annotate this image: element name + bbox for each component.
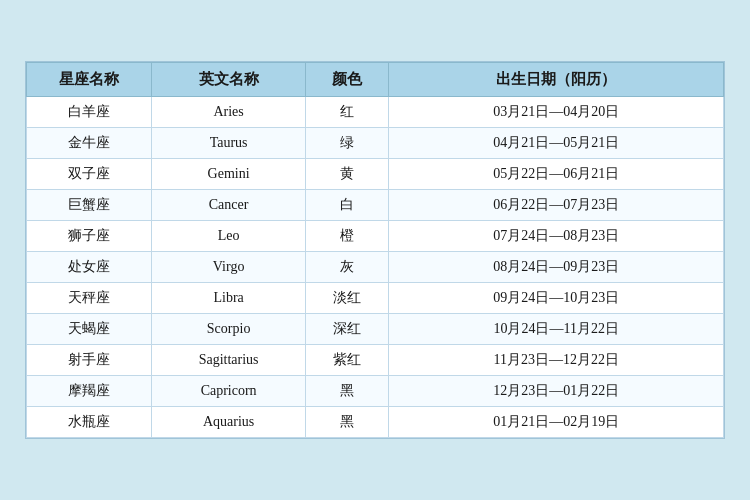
header-color: 颜色 xyxy=(305,63,389,97)
table-row: 巨蟹座Cancer白06月22日—07月23日 xyxy=(27,190,724,221)
cell-chinese: 天蝎座 xyxy=(27,314,152,345)
table-row: 双子座Gemini黄05月22日—06月21日 xyxy=(27,159,724,190)
cell-color: 淡红 xyxy=(305,283,389,314)
cell-chinese: 水瓶座 xyxy=(27,407,152,438)
cell-date: 11月23日—12月22日 xyxy=(389,345,724,376)
cell-english: Taurus xyxy=(152,128,305,159)
table-row: 天蝎座Scorpio深红10月24日—11月22日 xyxy=(27,314,724,345)
cell-color: 黑 xyxy=(305,376,389,407)
table-row: 金牛座Taurus绿04月21日—05月21日 xyxy=(27,128,724,159)
cell-date: 12月23日—01月22日 xyxy=(389,376,724,407)
cell-chinese: 处女座 xyxy=(27,252,152,283)
cell-date: 08月24日—09月23日 xyxy=(389,252,724,283)
cell-color: 橙 xyxy=(305,221,389,252)
header-date: 出生日期（阳历） xyxy=(389,63,724,97)
cell-date: 03月21日—04月20日 xyxy=(389,97,724,128)
cell-color: 绿 xyxy=(305,128,389,159)
cell-chinese: 双子座 xyxy=(27,159,152,190)
table-row: 狮子座Leo橙07月24日—08月23日 xyxy=(27,221,724,252)
cell-english: Sagittarius xyxy=(152,345,305,376)
cell-date: 10月24日—11月22日 xyxy=(389,314,724,345)
cell-color: 黄 xyxy=(305,159,389,190)
cell-chinese: 狮子座 xyxy=(27,221,152,252)
zodiac-table-container: 星座名称 英文名称 颜色 出生日期（阳历） 白羊座Aries红03月21日—04… xyxy=(25,61,725,439)
cell-english: Gemini xyxy=(152,159,305,190)
cell-english: Leo xyxy=(152,221,305,252)
table-row: 白羊座Aries红03月21日—04月20日 xyxy=(27,97,724,128)
cell-color: 深红 xyxy=(305,314,389,345)
cell-english: Cancer xyxy=(152,190,305,221)
cell-chinese: 射手座 xyxy=(27,345,152,376)
table-row: 处女座Virgo灰08月24日—09月23日 xyxy=(27,252,724,283)
cell-chinese: 天秤座 xyxy=(27,283,152,314)
cell-english: Aquarius xyxy=(152,407,305,438)
cell-color: 白 xyxy=(305,190,389,221)
cell-date: 06月22日—07月23日 xyxy=(389,190,724,221)
table-row: 天秤座Libra淡红09月24日—10月23日 xyxy=(27,283,724,314)
cell-color: 黑 xyxy=(305,407,389,438)
cell-english: Capricorn xyxy=(152,376,305,407)
cell-chinese: 金牛座 xyxy=(27,128,152,159)
cell-chinese: 摩羯座 xyxy=(27,376,152,407)
cell-date: 07月24日—08月23日 xyxy=(389,221,724,252)
cell-color: 灰 xyxy=(305,252,389,283)
header-chinese: 星座名称 xyxy=(27,63,152,97)
cell-chinese: 巨蟹座 xyxy=(27,190,152,221)
cell-date: 09月24日—10月23日 xyxy=(389,283,724,314)
cell-chinese: 白羊座 xyxy=(27,97,152,128)
header-english: 英文名称 xyxy=(152,63,305,97)
cell-english: Scorpio xyxy=(152,314,305,345)
cell-english: Virgo xyxy=(152,252,305,283)
cell-date: 01月21日—02月19日 xyxy=(389,407,724,438)
table-body: 白羊座Aries红03月21日—04月20日金牛座Taurus绿04月21日—0… xyxy=(27,97,724,438)
cell-color: 紫红 xyxy=(305,345,389,376)
table-row: 摩羯座Capricorn黑12月23日—01月22日 xyxy=(27,376,724,407)
cell-color: 红 xyxy=(305,97,389,128)
cell-english: Libra xyxy=(152,283,305,314)
cell-date: 05月22日—06月21日 xyxy=(389,159,724,190)
table-header-row: 星座名称 英文名称 颜色 出生日期（阳历） xyxy=(27,63,724,97)
table-row: 水瓶座Aquarius黑01月21日—02月19日 xyxy=(27,407,724,438)
cell-english: Aries xyxy=(152,97,305,128)
zodiac-table: 星座名称 英文名称 颜色 出生日期（阳历） 白羊座Aries红03月21日—04… xyxy=(26,62,724,438)
table-row: 射手座Sagittarius紫红11月23日—12月22日 xyxy=(27,345,724,376)
cell-date: 04月21日—05月21日 xyxy=(389,128,724,159)
